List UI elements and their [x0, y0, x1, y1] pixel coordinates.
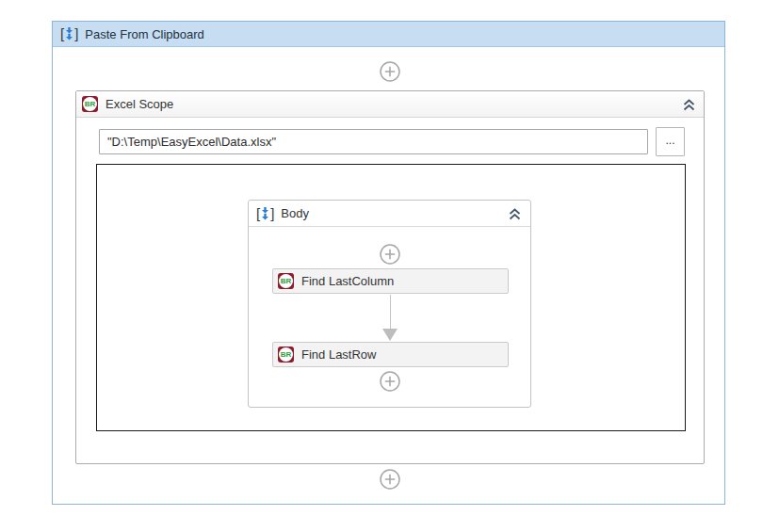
activity-label: Find LastRow	[301, 347, 376, 362]
br-activity-icon: BR	[278, 273, 294, 289]
find-lastrow-activity[interactable]: BR Find LastRow	[272, 342, 509, 367]
br-activity-icon: BR	[278, 347, 294, 363]
excel-scope-header[interactable]: BR Excel Scope	[76, 91, 704, 118]
collapse-button[interactable]	[682, 98, 696, 110]
find-lastcolumn-activity[interactable]: BR Find LastColumn	[272, 268, 509, 294]
connector-arrow-line	[390, 295, 391, 330]
add-activity-button-top[interactable]	[380, 61, 400, 82]
chevron-double-up-icon	[508, 208, 522, 220]
excel-scope-title: Excel Scope	[105, 97, 674, 111]
body-sequence-header[interactable]: [ ] Body	[249, 201, 530, 227]
collapse-button[interactable]	[508, 207, 522, 219]
workflow-designer-canvas: [ ] Paste From Clipboard	[0, 0, 779, 532]
sequence-icon: [ ]	[60, 26, 78, 41]
add-activity-button-body-bottom[interactable]	[380, 371, 400, 392]
paste-from-clipboard-header[interactable]: [ ] Paste From Clipboard	[53, 22, 724, 47]
connector-arrowhead-icon	[382, 329, 398, 341]
plus-icon	[380, 469, 400, 490]
workbook-path-input[interactable]	[99, 129, 648, 154]
browse-button[interactable]: ...	[656, 127, 685, 156]
excel-scope-body-container: [ ] Body	[96, 164, 686, 431]
plus-icon	[380, 371, 400, 392]
plus-icon	[380, 244, 400, 265]
add-activity-button-body-top[interactable]	[380, 244, 400, 265]
paste-from-clipboard-activity[interactable]: [ ] Paste From Clipboard	[52, 21, 725, 505]
br-activity-icon: BR	[82, 96, 98, 112]
body-sequence-title: Body	[281, 206, 501, 220]
chevron-double-up-icon	[682, 99, 696, 111]
excel-scope-activity[interactable]: BR Excel Scope ... [	[75, 90, 705, 464]
paste-from-clipboard-title: Paste From Clipboard	[85, 27, 203, 41]
activity-label: Find LastColumn	[301, 274, 394, 288]
add-activity-button-bottom[interactable]	[380, 469, 400, 490]
plus-icon	[380, 61, 400, 82]
sequence-icon: [ ]	[256, 206, 274, 221]
body-sequence-activity[interactable]: [ ] Body	[248, 200, 531, 408]
